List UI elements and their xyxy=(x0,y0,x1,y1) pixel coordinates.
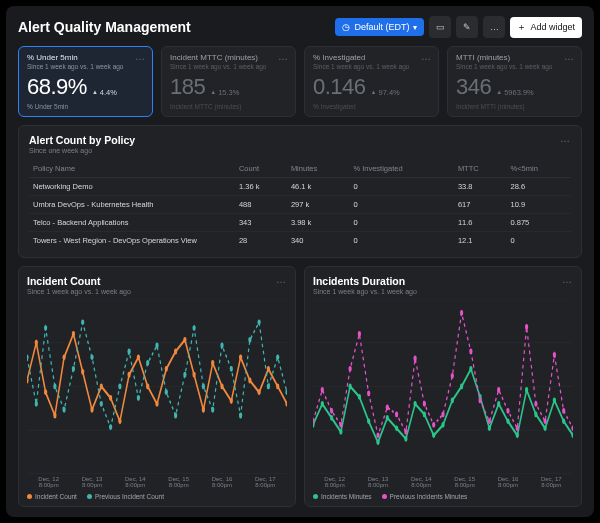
column-header[interactable]: %<5min xyxy=(507,160,572,178)
table-row[interactable]: Umbra DevOps - Kubernetes Health488297 k… xyxy=(29,196,571,214)
kpi-value: 185 xyxy=(170,74,205,100)
kpi-sub: Since 1 week ago vs. 1 week ago xyxy=(456,63,573,70)
kpi-sub: Since 1 week ago vs. 1 week ago xyxy=(27,63,144,70)
svg-point-49 xyxy=(165,389,168,395)
svg-point-52 xyxy=(193,325,196,331)
svg-point-119 xyxy=(516,425,519,431)
kpi-card[interactable]: …MTTI (minutes)Since 1 week ago vs. 1 we… xyxy=(447,46,582,117)
svg-point-122 xyxy=(544,418,547,424)
svg-point-23 xyxy=(193,372,196,378)
svg-point-38 xyxy=(63,407,66,413)
up-icon: ▲ xyxy=(496,89,502,95)
chart-area[interactable] xyxy=(27,299,287,474)
svg-point-44 xyxy=(118,383,121,389)
svg-point-112 xyxy=(451,373,454,379)
svg-point-43 xyxy=(109,424,112,430)
x-tick: Dec, 128:00pm xyxy=(313,476,356,489)
svg-point-36 xyxy=(44,325,47,331)
column-header[interactable]: Minutes xyxy=(287,160,350,178)
display-icon: ▭ xyxy=(436,22,445,32)
chart-legend: Incidents MinutesPrevious Incidents Minu… xyxy=(313,493,573,500)
table-cell: 28.6 xyxy=(507,178,572,196)
up-icon: ▲ xyxy=(92,89,98,95)
kpi-more-button[interactable]: … xyxy=(135,52,146,62)
chart-sub: Since 1 week ago vs. 1 week ago xyxy=(27,288,131,295)
tv-mode-button[interactable]: ▭ xyxy=(429,16,451,38)
table-row[interactable]: Networking Demo1.36 k46.1 k033.828.6 xyxy=(29,178,571,196)
kpi-more-button[interactable]: … xyxy=(278,52,289,62)
svg-point-88 xyxy=(497,401,500,407)
x-tick: Dec, 158:00pm xyxy=(443,476,486,489)
clock-icon: ◷ xyxy=(342,22,350,32)
kpi-more-button[interactable]: … xyxy=(421,52,432,62)
add-widget-button[interactable]: ＋ Add widget xyxy=(510,17,582,38)
svg-point-53 xyxy=(202,383,205,389)
svg-point-101 xyxy=(349,366,352,372)
chart-panel: Incident CountSince 1 week ago vs. 1 wee… xyxy=(18,266,296,507)
dashboard: Alert Quality Management ◷ Default (EDT)… xyxy=(6,6,594,517)
svg-point-94 xyxy=(553,397,556,403)
panel-more-button[interactable]: … xyxy=(560,134,571,144)
svg-point-40 xyxy=(81,319,84,325)
chart-svg xyxy=(27,299,287,474)
kpi-card[interactable]: …% InvestigatedSince 1 week ago vs. 1 we… xyxy=(304,46,439,117)
chart-area[interactable] xyxy=(313,299,573,474)
svg-point-111 xyxy=(441,411,444,417)
svg-point-28 xyxy=(239,354,242,360)
table-row[interactable]: Towers - West Region - DevOps Operations… xyxy=(29,232,571,250)
add-widget-label: Add widget xyxy=(530,22,575,32)
svg-point-61 xyxy=(276,354,279,360)
pencil-icon: ✎ xyxy=(463,22,471,32)
kpi-value: 0.146 xyxy=(313,74,366,100)
svg-point-30 xyxy=(258,389,261,395)
table-cell: 297 k xyxy=(287,196,350,214)
panel-more-button[interactable]: … xyxy=(276,275,287,285)
page-title: Alert Quality Management xyxy=(18,19,191,35)
legend-item: Incidents Minutes xyxy=(313,493,372,500)
edit-button[interactable]: ✎ xyxy=(456,16,478,38)
kpi-more-button[interactable]: … xyxy=(564,52,575,62)
table-cell: 28 xyxy=(235,232,287,250)
svg-point-27 xyxy=(230,398,233,404)
kpi-card[interactable]: …% Under 5minSince 1 week ago vs. 1 week… xyxy=(18,46,153,117)
policy-name-cell: Telco - Backend Applications xyxy=(29,214,235,232)
legend-label: Incidents Minutes xyxy=(321,493,372,500)
svg-point-60 xyxy=(267,383,270,389)
policy-table: Policy NameCountMinutes% InvestigatedMTT… xyxy=(29,160,571,249)
legend-dot-icon xyxy=(382,494,387,499)
svg-point-92 xyxy=(534,411,537,417)
column-header[interactable]: Count xyxy=(235,160,287,178)
x-axis: Dec, 128:00pmDec, 138:00pmDec, 148:00pmD… xyxy=(27,476,287,489)
svg-point-106 xyxy=(395,411,398,417)
timezone-button[interactable]: ◷ Default (EDT) ▾ xyxy=(335,18,424,36)
panel-more-button[interactable]: … xyxy=(562,275,573,285)
svg-point-48 xyxy=(155,343,158,349)
svg-point-29 xyxy=(248,378,251,384)
svg-point-57 xyxy=(239,413,242,419)
svg-point-120 xyxy=(525,324,528,330)
svg-point-35 xyxy=(35,401,38,407)
table-cell: 343 xyxy=(235,214,287,232)
x-tick: Dec, 168:00pm xyxy=(486,476,529,489)
table-cell: 488 xyxy=(235,196,287,214)
kpi-row: …% Under 5minSince 1 week ago vs. 1 week… xyxy=(18,46,582,117)
svg-point-104 xyxy=(376,432,379,438)
table-row[interactable]: Telco - Backend Applications3433.98 k011… xyxy=(29,214,571,232)
table-cell: 10.9 xyxy=(507,196,572,214)
svg-point-90 xyxy=(516,432,519,438)
table-cell: 11.6 xyxy=(454,214,507,232)
column-header[interactable]: % Investigated xyxy=(349,160,453,178)
more-button[interactable]: … xyxy=(483,16,505,38)
svg-point-46 xyxy=(137,395,140,401)
column-header[interactable]: Policy Name xyxy=(29,160,235,178)
kpi-foot: % Under 5min xyxy=(27,103,144,110)
legend-label: Previous Incident Count xyxy=(95,493,164,500)
svg-point-26 xyxy=(220,383,223,389)
column-header[interactable]: MTTC xyxy=(454,160,507,178)
svg-point-7 xyxy=(44,389,47,395)
svg-point-41 xyxy=(90,354,93,360)
svg-point-39 xyxy=(72,366,75,372)
kpi-card[interactable]: …Incident MTTC (minutes)Since 1 week ago… xyxy=(161,46,296,117)
table-cell: 12.1 xyxy=(454,232,507,250)
svg-point-84 xyxy=(460,383,463,389)
